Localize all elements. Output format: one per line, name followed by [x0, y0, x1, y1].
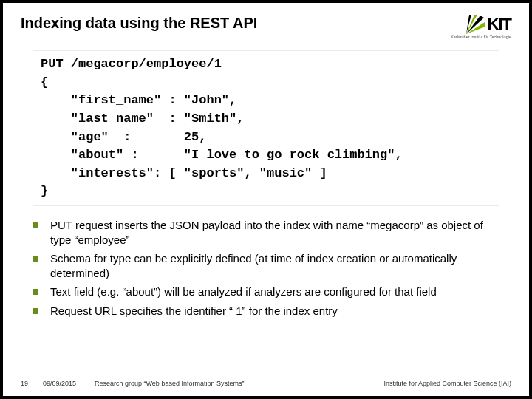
bullet-text: Request URL specifies the identifier “ 1… — [50, 304, 338, 318]
page-title: Indexing data using the REST API — [21, 15, 257, 32]
logo-mark: KIT — [466, 15, 511, 34]
header: Indexing data using the REST API KIT Kar… — [3, 3, 529, 44]
bullet-list: PUT request inserts the JSON payload int… — [33, 218, 507, 318]
logo-text: KIT — [488, 15, 511, 34]
list-item: Schema for type can be explicitly define… — [33, 251, 507, 280]
list-item: Text field (e.g. “about”) will be analyz… — [33, 284, 507, 299]
bullet-text: Schema for type can be explicitly define… — [50, 251, 507, 280]
page-number: 19 — [21, 380, 43, 387]
code-block: PUT /megacorp/employee/1 { "first_name" … — [33, 50, 499, 206]
bullet-icon — [33, 289, 38, 295]
footer: 19 09/09/2015 Research group “Web based … — [3, 380, 529, 387]
footer-group: Research group “Web based Information Sy… — [95, 380, 383, 387]
bullet-icon — [33, 256, 38, 262]
bullet-icon — [33, 222, 38, 228]
bullet-icon — [33, 308, 38, 314]
bullet-text: Text field (e.g. “about”) will be analyz… — [50, 284, 437, 299]
list-item: Request URL specifies the identifier “ 1… — [33, 304, 507, 318]
footer-date: 09/09/2015 — [43, 380, 95, 387]
fan-icon — [466, 15, 485, 34]
slide: Indexing data using the REST API KIT Kar… — [3, 3, 529, 396]
list-item: PUT request inserts the JSON payload int… — [33, 218, 507, 247]
footer-institute: Institute for Applied Computer Science (… — [383, 380, 511, 387]
kit-logo: KIT Karlsruher Institut für Technologie — [451, 15, 511, 39]
bullet-text: PUT request inserts the JSON payload int… — [50, 218, 507, 247]
footer-rule — [21, 375, 511, 375]
logo-subtitle: Karlsruher Institut für Technologie — [451, 35, 511, 39]
header-rule — [21, 44, 511, 44]
